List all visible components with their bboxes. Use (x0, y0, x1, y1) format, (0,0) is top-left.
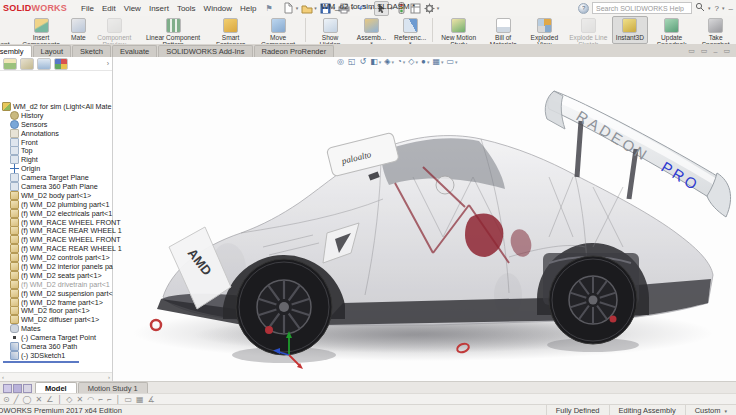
menu-item[interactable]: File (77, 4, 98, 13)
search-icon[interactable] (695, 2, 705, 14)
sketch-tool-icon[interactable]: ⊙ (3, 395, 10, 405)
pin-menu-icon[interactable]: ⚑ (266, 4, 273, 13)
doc-window-control-icon[interactable]: ▭ (701, 47, 708, 55)
sketch-tool-icon[interactable]: ╱ (14, 395, 19, 405)
tree-item[interactable]: Origin (0, 164, 112, 173)
hud-icon[interactable]: ↺ (360, 57, 368, 66)
menu-item[interactable]: Tools (173, 4, 200, 13)
tree-item[interactable]: Sensors (0, 120, 112, 129)
tree-item[interactable]: (f) WM_RACE WHEEL FRONT (0, 235, 112, 244)
commandmanager-tab[interactable]: Layout (33, 45, 72, 57)
tree-item[interactable]: WM_D2 floor part<1> (0, 306, 112, 315)
tree-item[interactable]: (-) Camera Target Point (0, 333, 112, 342)
chevron-right-icon[interactable]: › (107, 60, 109, 67)
sketch-tool-icon[interactable]: │ (116, 395, 121, 405)
ribbon-button[interactable]: Linear Component Pattern▾ (139, 16, 208, 44)
commandmanager-tab[interactable]: Radeon ProRender (254, 45, 335, 57)
sketch-tool-icon[interactable]: │ (57, 395, 62, 405)
split-box-icon[interactable] (13, 384, 22, 393)
tree-item[interactable]: (f) WM_D2 controls part<1> (0, 253, 112, 262)
sketch-tool-icon[interactable]: ◯ (23, 395, 32, 405)
options-gear-icon[interactable] (423, 2, 436, 15)
displaymanager-icon[interactable] (54, 58, 68, 70)
hud-icon[interactable]: ▭▾ (446, 57, 457, 66)
hud-icon[interactable]: ◧▾ (370, 57, 381, 66)
hud-icon[interactable]: ◎ (337, 57, 345, 66)
units-selector[interactable]: Custom▾ (685, 405, 736, 415)
configurationmanager-icon[interactable] (37, 58, 51, 70)
window-minimize-icon[interactable]: – (729, 4, 733, 13)
hud-icon[interactable]: ◈▾ (384, 57, 394, 66)
menu-item[interactable]: View (120, 4, 145, 13)
sketch-tool-icon[interactable]: ◇ (66, 395, 72, 405)
menu-item[interactable]: Edit (98, 4, 120, 13)
tree-item[interactable]: Top (0, 146, 112, 155)
tree-item[interactable]: (f) WM_D2 frame part<1> (0, 298, 112, 307)
sketch-tool-icon[interactable]: ✕ (77, 395, 84, 405)
featuremanager-tree-icon[interactable] (3, 58, 17, 70)
ribbon-button[interactable]: Insert Components▾ (15, 16, 67, 44)
tree-item[interactable]: Camera 360 Path Plane (0, 182, 112, 191)
hud-icon[interactable]: ◱ (348, 57, 357, 66)
tree-item[interactable]: Mates (0, 324, 112, 333)
hud-icon[interactable]: ◇▾ (408, 57, 418, 66)
scroll-left-icon[interactable]: ‹ (2, 374, 4, 380)
tree-item[interactable]: (f) WM_D2 interior panels pa (0, 262, 112, 271)
ribbon-button[interactable]: Component Preview Window (90, 16, 139, 44)
menu-item[interactable]: Window (200, 4, 236, 13)
sketch-tool-icon[interactable]: ∠ (46, 395, 53, 405)
ribbon-button[interactable]: Take Snapshot (695, 16, 736, 44)
ribbon-button[interactable]: Show Hidden Components (307, 16, 352, 44)
ribbon-button[interactable]: New Motion Study (435, 16, 482, 44)
tree-item[interactable]: (f) WM_D2 drivetrain part<1 (0, 280, 112, 289)
tree-item[interactable]: (f) WM_D2 suspension part< (0, 289, 112, 298)
new-icon[interactable] (282, 2, 295, 15)
propertymanager-icon[interactable] (20, 58, 34, 70)
sketch-tool-icon[interactable]: ▦ (136, 395, 144, 405)
tree-item[interactable]: WM_D2 body part<1> (0, 191, 112, 200)
tree-item[interactable]: Annotations (0, 129, 112, 138)
tree-item[interactable]: (f) WM_RACE REAR WHEEL 1 (0, 226, 112, 235)
tree-item[interactable]: Camera Target Plane (0, 173, 112, 182)
ribbon-button[interactable]: Exploded View (524, 16, 565, 44)
sketch-tool-icon[interactable]: ⌐ (107, 395, 112, 405)
tree-item[interactable]: Right (0, 155, 112, 164)
tree-item[interactable]: Camera 360 Path (0, 342, 112, 351)
help-sphere-icon[interactable]: ? (578, 3, 589, 14)
help-button[interactable]: ? (715, 4, 719, 13)
commandmanager-tab[interactable]: Evaluate (112, 45, 157, 57)
scroll-right-icon[interactable]: › (108, 374, 110, 380)
tree-item[interactable]: (-) 3DSketch1 (0, 351, 112, 360)
doc-window-control-icon[interactable]: ▭ (723, 47, 730, 55)
hud-icon[interactable]: ◔▾ (397, 57, 405, 66)
commandmanager-tab[interactable]: Sketch (72, 45, 111, 57)
ribbon-button[interactable]: Explode Line Sketch (565, 16, 612, 44)
doc-window-control-icon[interactable]: – (713, 48, 717, 55)
tree-item[interactable]: (f) WM_D2 seats part<1> (0, 271, 112, 280)
tree-item[interactable]: (f) WM_D2 plumbing part<1 (0, 200, 112, 209)
tree-item[interactable]: WM_D2 diffuser part<1> (0, 315, 112, 324)
tree-item[interactable]: History (0, 111, 112, 120)
ribbon-button[interactable]: Instant3D (612, 16, 648, 44)
split-box-icon[interactable] (3, 384, 12, 393)
ribbon-button[interactable]: Move Component▾ (254, 16, 303, 44)
rollback-bar[interactable] (3, 361, 79, 363)
ribbon-button[interactable]: Update Speedpak (648, 16, 695, 44)
ribbon-button[interactable]: Referenc...▾ (390, 16, 430, 44)
ribbon-button[interactable]: Bill of Materials (482, 16, 524, 44)
tree-item[interactable]: (f) WM_D2 electricals part<1 (0, 209, 112, 218)
ribbon-button[interactable]: Assemb...▾ (353, 16, 390, 44)
sketch-tool-icon[interactable]: ∡ (148, 395, 155, 405)
hud-icon[interactable]: ●▾ (421, 57, 429, 66)
commandmanager-tab[interactable]: Assembly (0, 45, 32, 57)
panel-scrollbar[interactable]: ‹ › (0, 372, 112, 381)
open-icon[interactable] (300, 2, 313, 15)
split-box-icon[interactable] (23, 384, 32, 393)
sketch-tool-icon[interactable]: ⌐ (98, 395, 103, 405)
commandmanager-tab[interactable]: SOLIDWORKS Add-Ins (158, 45, 252, 57)
sketch-tool-icon[interactable]: ✕ (35, 395, 42, 405)
doc-window-control-icon[interactable]: ▭ (688, 47, 695, 55)
hud-icon[interactable]: ▦▾ (432, 57, 443, 66)
search-input[interactable] (592, 2, 692, 14)
menu-item[interactable]: Insert (145, 4, 173, 13)
